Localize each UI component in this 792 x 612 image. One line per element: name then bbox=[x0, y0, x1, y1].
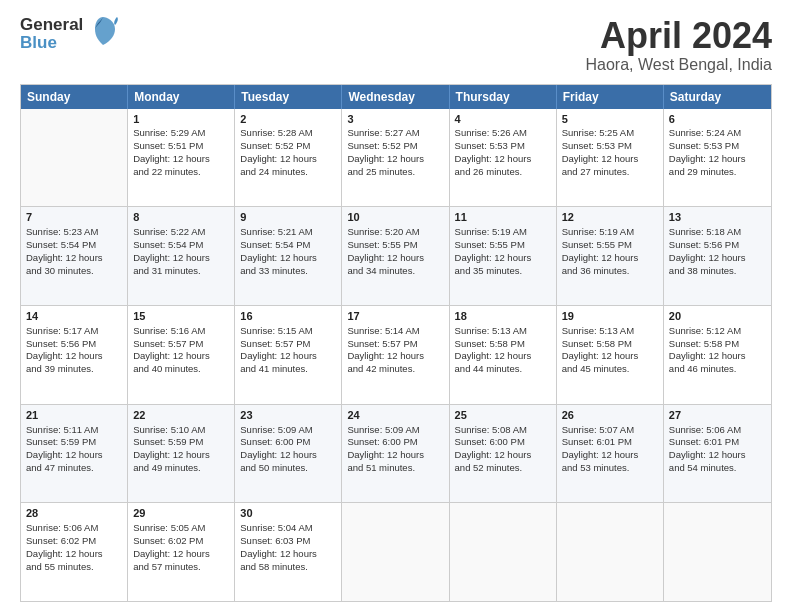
day-info-line: and 42 minutes. bbox=[347, 363, 443, 376]
day-info-line: and 34 minutes. bbox=[347, 265, 443, 278]
day-number: 23 bbox=[240, 408, 336, 423]
day-info-line: Daylight: 12 hours bbox=[669, 449, 766, 462]
day-info-line: Sunrise: 5:09 AM bbox=[240, 424, 336, 437]
day-info-line: Sunrise: 5:18 AM bbox=[669, 226, 766, 239]
day-info-line: and 52 minutes. bbox=[455, 462, 551, 475]
day-info-line: Sunset: 5:54 PM bbox=[240, 239, 336, 252]
day-info-line: Sunrise: 5:19 AM bbox=[455, 226, 551, 239]
day-info-line: Sunset: 5:51 PM bbox=[133, 140, 229, 153]
day-cell-14: 14Sunrise: 5:17 AMSunset: 5:56 PMDayligh… bbox=[21, 306, 128, 404]
day-number: 13 bbox=[669, 210, 766, 225]
day-number: 9 bbox=[240, 210, 336, 225]
day-info-line: Sunrise: 5:07 AM bbox=[562, 424, 658, 437]
day-info-line: Daylight: 12 hours bbox=[240, 350, 336, 363]
day-info-line: Sunset: 5:54 PM bbox=[26, 239, 122, 252]
empty-cell-4-6 bbox=[664, 503, 771, 601]
day-info-line: Daylight: 12 hours bbox=[133, 252, 229, 265]
day-info-line: Daylight: 12 hours bbox=[669, 153, 766, 166]
day-info-line: and 30 minutes. bbox=[26, 265, 122, 278]
day-info-line: Daylight: 12 hours bbox=[455, 350, 551, 363]
day-info-line: Sunset: 5:54 PM bbox=[133, 239, 229, 252]
day-cell-20: 20Sunrise: 5:12 AMSunset: 5:58 PMDayligh… bbox=[664, 306, 771, 404]
day-cell-18: 18Sunrise: 5:13 AMSunset: 5:58 PMDayligh… bbox=[450, 306, 557, 404]
day-info-line: Sunrise: 5:21 AM bbox=[240, 226, 336, 239]
day-info-line: and 46 minutes. bbox=[669, 363, 766, 376]
day-info-line: Sunrise: 5:16 AM bbox=[133, 325, 229, 338]
day-info-line: Sunset: 5:59 PM bbox=[133, 436, 229, 449]
day-info-line: Daylight: 12 hours bbox=[562, 252, 658, 265]
day-number: 25 bbox=[455, 408, 551, 423]
day-info-line: Sunrise: 5:11 AM bbox=[26, 424, 122, 437]
day-info-line: and 51 minutes. bbox=[347, 462, 443, 475]
day-info-line: and 35 minutes. bbox=[455, 265, 551, 278]
day-info-line: and 25 minutes. bbox=[347, 166, 443, 179]
header-day-thursday: Thursday bbox=[450, 85, 557, 109]
day-number: 20 bbox=[669, 309, 766, 324]
day-info-line: Sunset: 5:55 PM bbox=[562, 239, 658, 252]
day-number: 5 bbox=[562, 112, 658, 127]
calendar-body: 1Sunrise: 5:29 AMSunset: 5:51 PMDaylight… bbox=[21, 109, 771, 601]
day-number: 12 bbox=[562, 210, 658, 225]
day-info-line: Sunset: 5:55 PM bbox=[347, 239, 443, 252]
day-cell-6: 6Sunrise: 5:24 AMSunset: 5:53 PMDaylight… bbox=[664, 109, 771, 207]
day-info-line: and 24 minutes. bbox=[240, 166, 336, 179]
main-title: April 2024 bbox=[586, 16, 772, 56]
day-cell-12: 12Sunrise: 5:19 AMSunset: 5:55 PMDayligh… bbox=[557, 207, 664, 305]
header-day-monday: Monday bbox=[128, 85, 235, 109]
day-cell-23: 23Sunrise: 5:09 AMSunset: 6:00 PMDayligh… bbox=[235, 405, 342, 503]
day-info-line: and 39 minutes. bbox=[26, 363, 122, 376]
day-info-line: and 22 minutes. bbox=[133, 166, 229, 179]
day-info-line: Daylight: 12 hours bbox=[669, 350, 766, 363]
day-info-line: Daylight: 12 hours bbox=[133, 153, 229, 166]
day-number: 28 bbox=[26, 506, 122, 521]
day-number: 1 bbox=[133, 112, 229, 127]
day-info-line: Sunset: 6:02 PM bbox=[133, 535, 229, 548]
day-info-line: Daylight: 12 hours bbox=[347, 252, 443, 265]
day-info-line: Sunset: 6:00 PM bbox=[240, 436, 336, 449]
day-number: 8 bbox=[133, 210, 229, 225]
header-day-sunday: Sunday bbox=[21, 85, 128, 109]
day-info-line: and 54 minutes. bbox=[669, 462, 766, 475]
day-info-line: Sunset: 5:56 PM bbox=[26, 338, 122, 351]
day-info-line: Daylight: 12 hours bbox=[26, 548, 122, 561]
empty-cell-4-5 bbox=[557, 503, 664, 601]
day-cell-10: 10Sunrise: 5:20 AMSunset: 5:55 PMDayligh… bbox=[342, 207, 449, 305]
day-info-line: and 26 minutes. bbox=[455, 166, 551, 179]
header-day-friday: Friday bbox=[557, 85, 664, 109]
day-info-line: Sunrise: 5:20 AM bbox=[347, 226, 443, 239]
subtitle: Haora, West Bengal, India bbox=[586, 56, 772, 74]
day-number: 27 bbox=[669, 408, 766, 423]
day-info-line: Sunset: 6:00 PM bbox=[347, 436, 443, 449]
day-info-line: and 40 minutes. bbox=[133, 363, 229, 376]
day-info-line: Daylight: 12 hours bbox=[26, 252, 122, 265]
day-info-line: Sunrise: 5:25 AM bbox=[562, 127, 658, 140]
day-info-line: Sunrise: 5:09 AM bbox=[347, 424, 443, 437]
day-number: 11 bbox=[455, 210, 551, 225]
day-cell-2: 2Sunrise: 5:28 AMSunset: 5:52 PMDaylight… bbox=[235, 109, 342, 207]
empty-cell-0-0 bbox=[21, 109, 128, 207]
day-info-line: Daylight: 12 hours bbox=[347, 153, 443, 166]
day-cell-21: 21Sunrise: 5:11 AMSunset: 5:59 PMDayligh… bbox=[21, 405, 128, 503]
day-info-line: Sunrise: 5:06 AM bbox=[669, 424, 766, 437]
day-cell-17: 17Sunrise: 5:14 AMSunset: 5:57 PMDayligh… bbox=[342, 306, 449, 404]
day-number: 30 bbox=[240, 506, 336, 521]
day-info-line: and 49 minutes. bbox=[133, 462, 229, 475]
day-info-line: Sunrise: 5:28 AM bbox=[240, 127, 336, 140]
header-day-saturday: Saturday bbox=[664, 85, 771, 109]
day-info-line: Sunset: 5:56 PM bbox=[669, 239, 766, 252]
day-number: 4 bbox=[455, 112, 551, 127]
day-info-line: Daylight: 12 hours bbox=[133, 449, 229, 462]
day-info-line: and 58 minutes. bbox=[240, 561, 336, 574]
day-info-line: Sunset: 6:01 PM bbox=[562, 436, 658, 449]
day-number: 22 bbox=[133, 408, 229, 423]
day-info-line: Daylight: 12 hours bbox=[455, 153, 551, 166]
day-cell-8: 8Sunrise: 5:22 AMSunset: 5:54 PMDaylight… bbox=[128, 207, 235, 305]
day-cell-9: 9Sunrise: 5:21 AMSunset: 5:54 PMDaylight… bbox=[235, 207, 342, 305]
day-info-line: Sunset: 5:58 PM bbox=[562, 338, 658, 351]
day-info-line: Sunrise: 5:22 AM bbox=[133, 226, 229, 239]
day-info-line: Sunrise: 5:14 AM bbox=[347, 325, 443, 338]
day-info-line: Sunrise: 5:17 AM bbox=[26, 325, 122, 338]
page: General Blue April 2024 Haora, West Beng… bbox=[0, 0, 792, 612]
title-block: April 2024 Haora, West Bengal, India bbox=[586, 16, 772, 74]
day-info-line: Sunrise: 5:12 AM bbox=[669, 325, 766, 338]
